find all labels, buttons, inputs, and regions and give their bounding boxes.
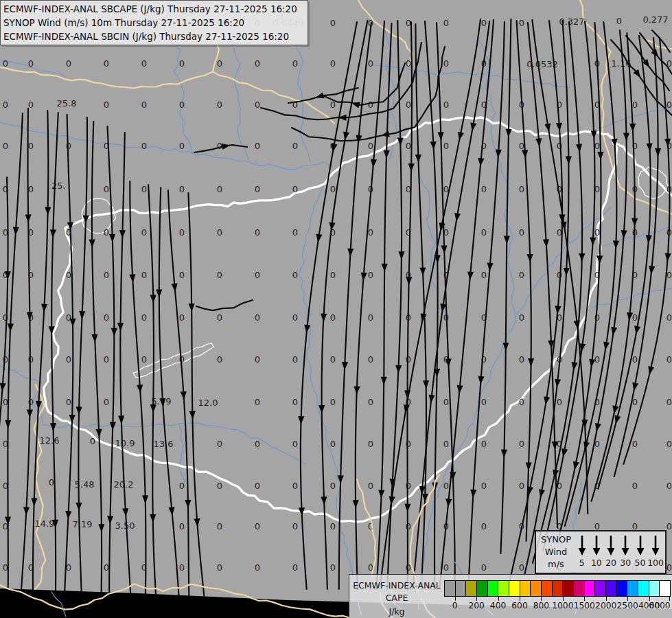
svg-text:0: 0 — [66, 354, 71, 365]
down-arrow-icon — [620, 534, 631, 556]
svg-text:0: 0 — [141, 100, 147, 110]
svg-text:0: 0 — [217, 227, 222, 238]
title-line-synop-wind: SYNOP Wind (m/s) 10m Thursday 27-11-2025… — [3, 16, 305, 30]
svg-text:0: 0 — [330, 312, 336, 323]
svg-text:0: 0 — [519, 481, 524, 491]
svg-text:0: 0 — [481, 270, 487, 280]
svg-text:0: 0 — [28, 141, 34, 151]
svg-text:0: 0 — [217, 354, 222, 365]
wind-speed-entry: 100 — [647, 533, 664, 571]
cape-swatch — [649, 580, 660, 597]
wind-speed-entry: 50 — [633, 533, 647, 571]
svg-text:0: 0 — [368, 227, 373, 238]
svg-text:0: 0 — [255, 354, 260, 365]
svg-text:0: 0 — [28, 100, 34, 110]
svg-text:0: 0 — [519, 18, 524, 28]
cape-swatch — [552, 580, 564, 597]
svg-text:0: 0 — [667, 439, 672, 449]
svg-text:0: 0 — [255, 481, 260, 491]
svg-text:10.9: 10.9 — [115, 438, 135, 448]
svg-text:0: 0 — [179, 481, 185, 491]
svg-text:0: 0 — [292, 270, 298, 280]
cape-swatch — [573, 580, 585, 597]
wind-speed-entry: 5 — [575, 533, 589, 571]
svg-text:0: 0 — [66, 397, 71, 407]
svg-text:0: 0 — [632, 312, 638, 323]
cape-product-label: ECMWF-INDEX-ANAL — [351, 580, 443, 591]
svg-text:0: 0 — [255, 270, 260, 280]
svg-text:0: 0 — [481, 521, 487, 531]
svg-text:0: 0 — [217, 58, 222, 69]
svg-text:0: 0 — [255, 141, 260, 151]
svg-text:7.19: 7.19 — [73, 519, 93, 529]
cape-swatch — [455, 580, 467, 597]
svg-text:0: 0 — [49, 477, 54, 488]
cape-swatch — [638, 580, 649, 597]
wind-speed-value: 5 — [579, 558, 585, 568]
svg-text:0: 0 — [443, 141, 449, 151]
wind-speed-value: 50 — [635, 558, 646, 568]
map-title-box: ECMWF-INDEX-ANAL SBCAPE (J/kg) Thursday … — [0, 0, 308, 45]
svg-text:0: 0 — [330, 58, 336, 69]
svg-text:0: 0 — [481, 227, 487, 238]
svg-text:0: 0 — [519, 354, 524, 365]
svg-text:0: 0 — [255, 58, 260, 69]
svg-text:0: 0 — [292, 227, 298, 238]
cape-swatch — [476, 580, 488, 597]
svg-text:0: 0 — [292, 481, 298, 491]
svg-text:0: 0 — [104, 58, 109, 69]
svg-text:0: 0 — [141, 354, 147, 365]
svg-text:0: 0 — [368, 58, 373, 69]
svg-text:0: 0 — [104, 312, 109, 323]
wind-legend-title: SYNOP Wind m/s — [537, 533, 575, 571]
cape-swatch — [444, 580, 456, 597]
cape-tick-label: 1500 — [574, 601, 595, 610]
svg-text:0: 0 — [179, 141, 185, 151]
weather-map-canvas: 0000000000000000000000000000000000000000… — [0, 0, 672, 618]
svg-text:0: 0 — [443, 562, 449, 573]
svg-text:0: 0 — [141, 58, 147, 69]
svg-text:0: 0 — [481, 481, 487, 491]
svg-text:0: 0 — [368, 439, 373, 449]
svg-text:25.: 25. — [51, 181, 66, 191]
svg-text:0: 0 — [481, 18, 487, 28]
svg-text:0: 0 — [667, 521, 672, 531]
svg-text:0: 0 — [104, 562, 109, 573]
wind-speed-entry: 10 — [589, 533, 603, 571]
svg-text:0: 0 — [667, 100, 672, 110]
svg-text:0: 0 — [292, 562, 298, 573]
title-line-sbcin: ECMWF-INDEX-ANAL SBCIN (J/kg) Thursday 2… — [3, 30, 305, 43]
wind-speed-value: 100 — [647, 558, 664, 568]
svg-text:0: 0 — [519, 141, 524, 151]
svg-text:0: 0 — [217, 562, 222, 573]
svg-text:0: 0 — [667, 397, 672, 407]
svg-text:0: 0 — [330, 481, 336, 491]
cape-units-label: J/kg — [351, 606, 443, 617]
svg-text:0: 0 — [28, 184, 34, 194]
svg-text:0: 0 — [519, 312, 524, 323]
svg-text:0: 0 — [292, 397, 298, 407]
cape-tick-label: 1000 — [552, 601, 573, 610]
svg-text:0: 0 — [3, 354, 8, 365]
svg-text:0: 0 — [330, 521, 336, 531]
svg-text:0: 0 — [557, 397, 562, 407]
down-arrow-icon — [635, 534, 646, 556]
svg-text:0: 0 — [519, 184, 524, 194]
cape-color-legend: ECMWF-INDEX-ANAL CAPE J/kg 0200400600800… — [349, 574, 672, 618]
wind-speed-value: 10 — [591, 558, 602, 568]
svg-text:0: 0 — [90, 436, 95, 446]
cape-swatch — [541, 580, 553, 597]
svg-text:0: 0 — [28, 354, 34, 365]
svg-text:0: 0 — [3, 141, 8, 151]
svg-text:0: 0 — [368, 100, 373, 110]
wind-speed-entry: 20 — [603, 533, 618, 571]
svg-text:0: 0 — [330, 354, 336, 365]
svg-text:0: 0 — [217, 184, 222, 194]
svg-text:0: 0 — [519, 439, 524, 449]
cape-swatch — [530, 580, 542, 597]
svg-text:0: 0 — [292, 312, 298, 323]
cape-swatch — [465, 580, 477, 597]
svg-text:0: 0 — [179, 562, 185, 573]
svg-text:0: 0 — [179, 227, 185, 238]
cape-tick-label: 2000 — [595, 601, 616, 610]
